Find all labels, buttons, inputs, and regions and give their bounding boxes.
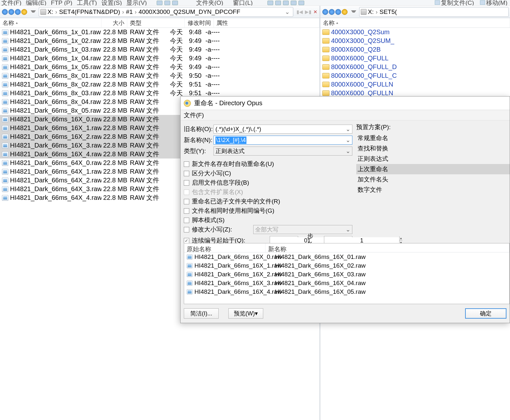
folder-row[interactable]: 4000X3000_Q2Sum [320,28,510,36]
ok-button[interactable]: 确定 [465,308,506,319]
file-row[interactable]: HI4821_Dark_66ms_8x_02.raw 22.8 MB RAW 文… [0,80,319,89]
preset-option[interactable]: 加文件名头 [356,174,510,185]
chevron-down-icon[interactable]: ⌄ [346,148,350,155]
crumb[interactable]: X: [368,8,374,15]
menu-item[interactable]: 编辑(E) [26,0,46,6]
preset-option[interactable]: 查找和替换 [356,143,510,154]
chevron-right-icon[interactable]: › [374,9,380,15]
nav-prev-icon[interactable]: ▮◀ [297,9,303,15]
menu-item[interactable]: FTP (P) [51,0,72,6]
preview-row[interactable]: HI4821_Dark_66ms_16X_1.raw HI4821_Dark_6… [184,261,509,270]
nav-fav-icon[interactable] [342,9,348,15]
file-row[interactable]: HI4821_Dark_66ms_1x_04.raw 22.8 MB RAW 文… [0,54,319,63]
nav-back-icon[interactable] [2,9,8,15]
toolbar-button[interactable]: 复制文件(C) [435,0,474,6]
menu-file[interactable]: 文件(F) [184,111,204,119]
folder-row[interactable]: 8000X6000_QFULL_D [320,63,510,71]
preview-row[interactable]: HI4821_Dark_66ms_16X_0.raw HI4821_Dark_6… [184,252,509,261]
menu-item[interactable]: 文件夹(O) [196,0,223,6]
chevron-down-icon[interactable]: ⌄ [346,137,350,144]
file-row[interactable]: HI4821_Dark_66ms_1x_05.raw 22.8 MB RAW 文… [0,63,319,71]
chevron-right-icon[interactable]: › [53,9,59,15]
crumb[interactable]: #1 [126,8,133,15]
breadcrumb[interactable]: X:›SET4(FPN&TN&DPD)›#1›4000X3000_Q2SUM_D… [39,7,293,17]
toolbar-icon[interactable] [291,1,297,5]
file-row[interactable]: HI4821_Dark_66ms_1x_01.raw 22.8 MB RAW 文… [0,28,319,36]
nav-close-icon[interactable]: ✕ [313,9,317,15]
col-size[interactable]: 大小 [101,18,127,27]
col-new-name[interactable]: 新名称 [265,243,509,252]
column-headers[interactable]: 名称▲ [320,18,510,28]
file-row[interactable]: HI4821_Dark_66ms_1x_02.raw 22.8 MB RAW 文… [0,36,319,45]
col-name[interactable]: 名称▲ [0,18,101,27]
folder-row[interactable]: 8000X6000_QFULL_C [320,71,510,80]
col-type[interactable]: 类型 [127,18,185,27]
folder-row[interactable]: 4000X3000_Q2SUM_ [320,36,510,45]
nav-fwd-icon[interactable] [8,9,14,15]
check-change-case[interactable]: 修改大小写(Z): 全部大写⌄ [184,225,352,234]
nav-dropdown-icon[interactable] [351,10,356,14]
chevron-down-icon[interactable]: ⌄ [346,126,350,133]
check-enable-info[interactable]: 启用文件信息字段(B) [184,178,352,187]
folder-row[interactable]: 8000X6000_Q2B [320,45,510,54]
crumb[interactable]: X: [47,8,53,15]
menu-item[interactable]: 工具(T) [77,0,97,6]
col-modified[interactable]: 修改时间 [185,18,214,27]
new-name-input[interactable]: \1\2X_[#].\4 ⌄ [213,136,352,145]
nav-fwd-icon[interactable] [329,9,335,15]
file-row[interactable]: HI4821_Dark_66ms_8x_01.raw 22.8 MB RAW 文… [0,71,319,80]
menu-item[interactable]: 显示(V) [126,0,147,6]
toolbar-icon[interactable] [298,1,304,5]
preset-option[interactable]: 数字文件 [356,185,510,195]
toolbar-button[interactable]: 移动(M) [480,0,507,6]
type-select[interactable]: 正则表达式 ⌄ [213,147,352,156]
crumb[interactable]: SET4(FPN&TN&DPD) [59,8,120,15]
check-auto-rename[interactable]: 新文件名存在时自动重命名(U) [184,159,352,169]
menu-item[interactable]: 窗口(L) [233,0,253,6]
preset-option[interactable]: 上次重命名 [356,164,510,174]
chevron-right-icon[interactable]: › [133,9,139,15]
toolbar-icon[interactable] [172,1,178,5]
dialog-titlebar[interactable]: 重命名 - Directory Opus [181,97,510,110]
col-attr[interactable]: 属性 [214,18,319,27]
menu-item[interactable]: 设置(S) [101,0,122,6]
nav-back-icon[interactable] [322,9,328,15]
preview-button[interactable]: 预览(W)▾ [228,308,263,319]
menu-item[interactable]: 文件(F) [1,0,21,6]
nav-dropdown-icon[interactable] [31,10,36,14]
old-name-input[interactable]: (.*)(\d+)X_(.*)\.(.*) ⌄ [213,125,352,134]
chevron-right-icon[interactable]: › [120,9,126,15]
preset-option[interactable]: 正则表达式 [356,154,510,164]
dialog-menubar[interactable]: 文件(F) [181,110,510,120]
folder-row[interactable]: 8000X6000_QFULL [320,54,510,63]
chevron-down-icon[interactable]: ⌄ [283,8,292,15]
preset-option[interactable]: 常规重命名 [356,133,510,143]
check-case-sensitive[interactable]: 区分大小写(C) [184,169,352,178]
col-name[interactable]: 名称▲ [320,18,510,27]
check-rename-sub[interactable]: 重命名已选子文件夹中的文件(R) [184,197,352,206]
crumb[interactable]: 4000X3000_Q2SUM_DYN_DPCOFF [139,8,240,15]
toolbar-icon[interactable] [157,1,162,5]
nav-next-icon[interactable]: ▶▮ [305,9,311,15]
preview-row[interactable]: HI4821_Dark_66ms_16X_4.raw HI4821_Dark_6… [184,287,509,296]
preview-row[interactable]: HI4821_Dark_66ms_16X_2.raw HI4821_Dark_6… [184,270,509,279]
breadcrumb[interactable]: X:›SET5( [359,7,509,17]
preview-row[interactable]: HI4821_Dark_66ms_16X_3.raw HI4821_Dark_6… [184,279,509,287]
check-script-mode[interactable]: 脚本模式(S) [184,216,352,225]
col-old-name[interactable]: 原始名称 [184,243,265,252]
file-icon [2,99,8,105]
check-same-number[interactable]: 文件名相同时使用相同编号(G) [184,206,352,215]
toolbar-icon[interactable] [164,1,170,5]
nav-up-icon[interactable] [15,9,21,15]
nav-fav-icon[interactable] [21,9,27,15]
nav-up-icon[interactable] [335,9,341,15]
file-icon [2,134,8,140]
crumb[interactable]: SET5( [380,8,397,15]
file-row[interactable]: HI4821_Dark_66ms_1x_03.raw 22.8 MB RAW 文… [0,45,319,54]
toolbar-icon[interactable] [283,1,289,5]
toolbar-icon[interactable] [267,1,273,5]
toolbar-icon[interactable] [275,1,281,5]
column-headers[interactable]: 名称▲ 大小 类型 修改时间 属性 [0,18,319,28]
simple-button[interactable]: 简洁(I)... [184,308,219,319]
folder-row[interactable]: 8000X6000_QFULLN [320,80,510,89]
